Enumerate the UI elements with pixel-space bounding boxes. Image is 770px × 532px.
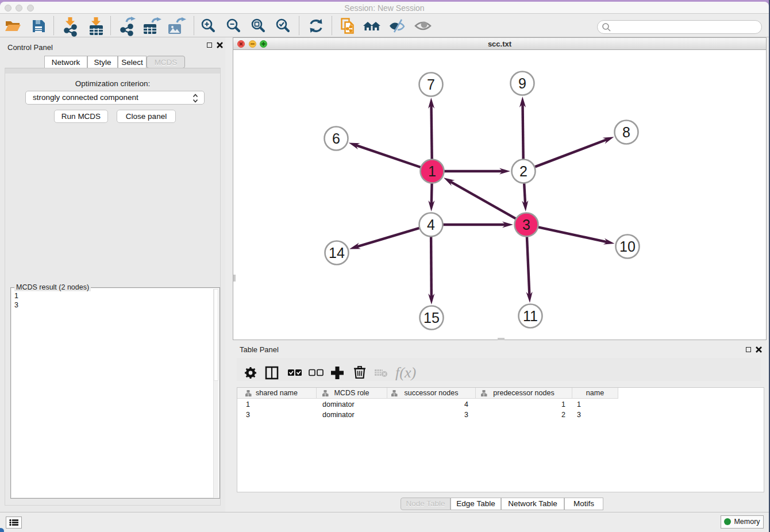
svg-text:11: 11 — [523, 308, 538, 324]
svg-text:7: 7 — [427, 76, 435, 92]
svg-text:8: 8 — [622, 124, 630, 140]
svg-text:15: 15 — [424, 310, 440, 326]
svg-text:1: 1 — [428, 163, 436, 179]
svg-text:4: 4 — [427, 217, 435, 233]
svg-text:10: 10 — [619, 238, 636, 255]
svg-text:6: 6 — [332, 130, 340, 147]
svg-text:14: 14 — [329, 245, 345, 261]
svg-text:f(x): f(x) — [395, 364, 416, 381]
svg-text:2: 2 — [519, 163, 528, 179]
svg-text:9: 9 — [518, 75, 526, 91]
svg-text:3: 3 — [522, 217, 530, 233]
